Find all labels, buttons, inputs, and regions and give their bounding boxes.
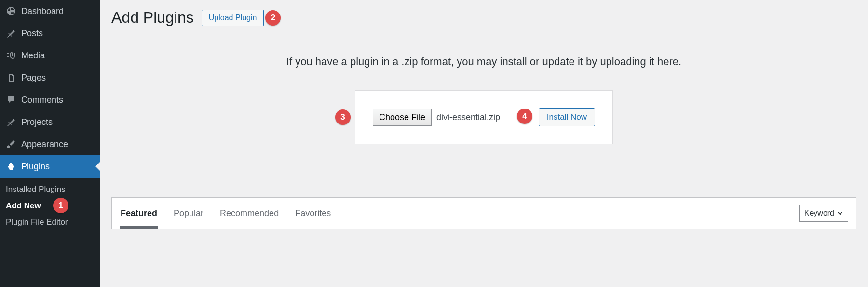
page-header: Add Plugins Upload Plugin 2 xyxy=(111,9,856,27)
select-value: Keyword xyxy=(804,209,834,218)
brush-icon xyxy=(6,139,16,150)
pages-icon xyxy=(6,72,16,83)
pin-icon xyxy=(6,117,16,127)
sidebar-item-pages[interactable]: Pages xyxy=(0,67,100,89)
install-now-button[interactable]: 4 Install Now xyxy=(539,108,595,126)
filter-tabs: Featured Popular Recommended Favorites xyxy=(120,198,332,229)
button-label: Upload Plugin xyxy=(209,14,257,22)
chevron-down-icon xyxy=(837,210,843,216)
submenu-add-new[interactable]: Add New 1 xyxy=(0,198,100,214)
submenu-plugin-file-editor[interactable]: Plugin File Editor xyxy=(0,214,100,231)
callout-badge-1: 1 xyxy=(53,198,68,213)
sidebar-item-label: Projects xyxy=(21,117,53,127)
pin-icon xyxy=(6,28,16,39)
submenu-label: Add New xyxy=(6,201,41,211)
submenu-label: Installed Plugins xyxy=(6,185,66,194)
sidebar-item-appearance[interactable]: Appearance xyxy=(0,133,100,155)
sidebar-item-label: Comments xyxy=(21,95,63,105)
tab-popular[interactable]: Popular xyxy=(173,198,204,229)
sidebar-item-label: Appearance xyxy=(21,139,68,150)
sidebar-item-media[interactable]: Media xyxy=(0,44,100,67)
file-input-group: Choose File divi-essential.zip xyxy=(373,109,500,126)
search-mode-select[interactable]: Keyword xyxy=(799,205,848,222)
sidebar-item-label: Dashboard xyxy=(21,6,64,16)
upload-box-wrapper: 3 Choose File divi-essential.zip 4 Insta… xyxy=(111,90,856,144)
plug-icon xyxy=(6,161,16,172)
upload-help-text: If you have a plugin in a .zip format, y… xyxy=(111,55,856,68)
upload-plugin-button[interactable]: Upload Plugin 2 xyxy=(202,10,264,26)
callout-badge-3: 3 xyxy=(335,109,351,125)
tab-favorites[interactable]: Favorites xyxy=(294,198,332,229)
sidebar-item-label: Posts xyxy=(21,28,43,39)
sidebar-item-comments[interactable]: Comments xyxy=(0,89,100,111)
main-content: Add Plugins Upload Plugin 2 If you have … xyxy=(100,0,868,287)
admin-sidebar: Dashboard Posts Media Pages Comments Pro… xyxy=(0,0,100,287)
sidebar-item-projects[interactable]: Projects xyxy=(0,111,100,133)
sidebar-item-dashboard[interactable]: Dashboard xyxy=(0,0,100,22)
submenu-label: Plugin File Editor xyxy=(6,218,68,227)
selected-file-name: divi-essential.zip xyxy=(436,112,500,123)
sidebar-item-label: Pages xyxy=(21,73,46,83)
button-label: Install Now xyxy=(547,112,587,122)
page-title: Add Plugins xyxy=(111,9,194,27)
sidebar-item-posts[interactable]: Posts xyxy=(0,22,100,44)
upload-form: 3 Choose File divi-essential.zip 4 Insta… xyxy=(355,90,613,144)
filter-bar: Featured Popular Recommended Favorites K… xyxy=(111,197,856,229)
submenu-installed-plugins[interactable]: Installed Plugins xyxy=(0,181,100,198)
tab-recommended[interactable]: Recommended xyxy=(219,198,280,229)
comments-icon xyxy=(6,95,16,105)
callout-badge-4: 4 xyxy=(517,109,532,124)
sidebar-submenu: Installed Plugins Add New 1 Plugin File … xyxy=(0,178,100,234)
tab-featured[interactable]: Featured xyxy=(120,198,158,229)
sidebar-item-label: Plugins xyxy=(21,162,50,172)
media-icon xyxy=(6,50,16,61)
sidebar-item-label: Media xyxy=(21,51,45,61)
choose-file-button[interactable]: Choose File xyxy=(373,109,432,126)
callout-badge-2: 2 xyxy=(265,10,281,26)
dashboard-icon xyxy=(6,6,16,16)
sidebar-item-plugins[interactable]: Plugins xyxy=(0,155,100,178)
